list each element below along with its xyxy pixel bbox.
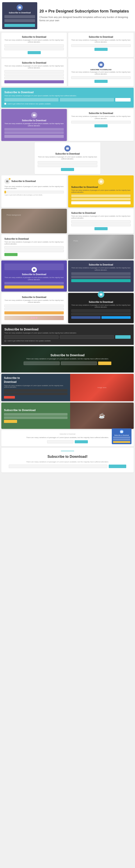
tpl3-email-input[interactable] <box>4 73 64 76</box>
tpl12-title: Subscribe to Download <box>4 238 64 240</box>
tpl21-subscribe-btn[interactable] <box>75 440 88 443</box>
tpl12-name-input[interactable] <box>4 246 64 249</box>
tpl14-name-input[interactable] <box>71 272 131 275</box>
tpl11-name-input[interactable] <box>71 220 131 223</box>
tpl3-extra-input[interactable] <box>4 77 64 80</box>
template-22-float: Subscribe to Download <box>112 428 132 444</box>
tpl16-tw-btn[interactable] <box>101 316 131 319</box>
tpl15-name-input[interactable] <box>4 305 64 307</box>
tpl4-email-input[interactable] <box>71 76 131 79</box>
tpl5-subscribe-btn[interactable] <box>115 98 131 101</box>
tpl6-email-input[interactable] <box>4 131 64 134</box>
tpl17-checkbox[interactable] <box>4 340 6 342</box>
tpl10-email-input[interactable] <box>71 198 131 200</box>
tpl1-name-input[interactable] <box>4 44 64 47</box>
tpl2-title: Subscribe to Download <box>71 36 131 38</box>
hero-name-input <box>4 15 35 18</box>
tpl1-email-input[interactable] <box>4 48 64 50</box>
tpl16-title: Subscribe to Download <box>71 301 131 303</box>
tpl5-name-input[interactable] <box>4 98 59 101</box>
tpl10-subscribe-btn[interactable] <box>71 201 131 204</box>
tpl7-title: Subscribe to Download <box>71 112 131 115</box>
tpl22-email-input[interactable] <box>113 436 130 438</box>
hero-subscribe-btn[interactable] <box>4 24 35 27</box>
tpl19-photo-hint: Image area <box>98 386 106 389</box>
tpl19-name-input[interactable] <box>4 389 67 392</box>
tpl19-subscribe-btn[interactable] <box>4 396 15 399</box>
tpl3-subscribe-btn[interactable] <box>4 80 64 83</box>
tpl15-email-input[interactable] <box>4 308 64 310</box>
tpl17-desc: There are many variations of passages of… <box>4 332 131 334</box>
tpl2-subscribe-btn[interactable] <box>95 48 108 51</box>
template-3: Subscribe to Download There are many var… <box>1 59 67 86</box>
tpl22-subscribe-btn[interactable] <box>113 441 130 443</box>
tpl1-subscribe-btn[interactable] <box>28 51 41 54</box>
tpl18-subscribe-btn[interactable] <box>98 362 111 365</box>
tpl5-email-input[interactable] <box>60 98 114 101</box>
template-7: Subscribe to Download There are many var… <box>68 109 134 141</box>
tpl19-email-input[interactable] <box>4 393 67 395</box>
tpl6-subscribe-btn[interactable] <box>4 135 64 138</box>
tpl4-desc: There are many variations of passages of… <box>71 71 131 75</box>
template-17-banner: Subscribe to Download There are many var… <box>1 324 134 345</box>
tpl6-icon <box>31 112 37 118</box>
tpl12-desc: There are many variations of passages of… <box>4 241 64 245</box>
tpl12-email-input[interactable] <box>4 249 64 252</box>
tpl3-name-input[interactable] <box>4 70 64 73</box>
tpl18-name-input[interactable] <box>24 362 60 365</box>
template-9: Subscribe to Download There are many var… <box>1 176 67 208</box>
tpl20-subscribe-btn[interactable] <box>4 420 17 423</box>
hero-icon <box>16 4 23 10</box>
tpl10-name-input[interactable] <box>71 194 131 197</box>
tpl13-subscribe-btn[interactable] <box>4 285 64 288</box>
tpl11-subscribe-btn[interactable] <box>95 227 108 230</box>
tpl8-name-input[interactable] <box>38 161 97 164</box>
tpl16-name-input[interactable] <box>71 309 131 312</box>
template-10: Subscribe to Download There are many var… <box>68 176 134 208</box>
final-subscribe-btn[interactable] <box>109 465 126 468</box>
tpl17-input-row <box>4 335 131 339</box>
tpl9-email-input[interactable] <box>7 191 64 193</box>
tpl18-email-input[interactable] <box>61 362 97 365</box>
row-1: Subscribe to Download There are many var… <box>1 33 134 57</box>
row-10: Subscribe to Download There are many var… <box>1 293 134 323</box>
tpl19-title: Subscribe to <box>4 376 67 379</box>
tpl20-split: Subscribe to Download ☕ <box>1 403 134 429</box>
tpl16-fb-btn[interactable] <box>71 316 101 319</box>
tpl16-social-row <box>71 316 131 319</box>
template-14: Subscribe to Download There are many var… <box>68 260 134 291</box>
tpl6-name-input[interactable] <box>4 128 64 131</box>
tpl5-checkbox-label: I want to get notified from email whatev… <box>7 103 51 104</box>
tpl12-subscribe-btn[interactable] <box>4 253 18 256</box>
tpl5-checkbox[interactable] <box>4 103 6 104</box>
tpl16-email-input[interactable] <box>71 313 131 315</box>
tpl7-email-input[interactable] <box>71 121 131 123</box>
template-20: Subscribe to Download ☕ <box>1 403 134 429</box>
tpl20-email-input[interactable] <box>4 416 67 419</box>
final-email-input[interactable] <box>9 465 107 468</box>
tpl11-email-input[interactable] <box>71 224 131 226</box>
tpl8-email-input[interactable] <box>38 164 97 167</box>
tpl20-title: Subscribe to Download <box>4 408 67 412</box>
tpl22-name-input[interactable] <box>113 439 130 440</box>
tpl7-subscribe-btn[interactable] <box>95 124 108 127</box>
tpl21-email-input[interactable] <box>47 440 73 443</box>
tpl3-desc: There are many variations of passages of… <box>4 65 64 69</box>
tpl17-subscribe-btn[interactable] <box>115 335 131 339</box>
tpl14-email-input[interactable] <box>71 276 131 278</box>
tpl4-subscribe-btn[interactable] <box>95 80 108 83</box>
tpl8-subscribe-btn[interactable] <box>61 168 74 171</box>
tpl17-email-input[interactable] <box>60 335 114 339</box>
tpl8-desc: There are many variations of passages of… <box>38 156 97 160</box>
tpl20-name-input[interactable] <box>4 413 67 416</box>
tpl19-right: Image area <box>70 374 134 401</box>
tpl14-subscribe-btn[interactable] <box>71 279 131 282</box>
row-6: Subscribe to Download There are many var… <box>1 176 134 208</box>
tpl17-name-input[interactable] <box>4 335 59 339</box>
tpl13-email-input[interactable] <box>4 282 64 285</box>
hero-text: 20 + Pre Designed Subscription form Temp… <box>39 2 133 29</box>
hero-main-title: 20 + Pre Designed Subscription form Temp… <box>39 9 133 14</box>
tpl15-subscribe-btn[interactable] <box>4 311 64 314</box>
tpl2-email-input[interactable] <box>71 44 131 47</box>
tpl20-right: ☕ <box>70 403 134 429</box>
